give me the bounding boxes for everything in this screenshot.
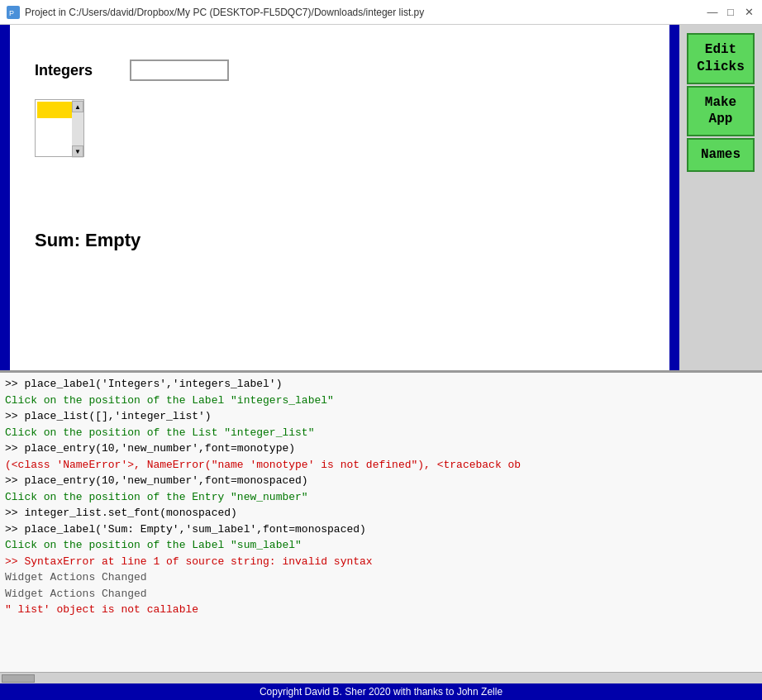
list-item: [37, 102, 75, 118]
integers-entry[interactable]: [130, 60, 229, 81]
right-panel: Edit Clicks Make App Names: [679, 25, 762, 370]
canvas-area[interactable]: Integers ▲ ▼ Sum: Empty: [10, 25, 669, 370]
console-line: Click on the position of the List "integ…: [5, 425, 757, 441]
console-wrapper: >> place_label('Integers','integers_labe…: [0, 372, 762, 683]
blue-left-border: [0, 25, 10, 370]
edit-clicks-button[interactable]: Edit Clicks: [687, 33, 755, 84]
make-app-button[interactable]: Make App: [687, 86, 755, 137]
console-line: >> place_entry(10,'new_number',font=mono…: [5, 473, 757, 489]
scroll-down-button[interactable]: ▼: [72, 145, 83, 157]
console-line: >> place_label('Integers','integers_labe…: [5, 376, 757, 393]
console-line: (<class 'NameError'>, NameError("name 'm…: [5, 457, 757, 474]
console-line: >> place_entry(10,'new_number',font=mono…: [5, 440, 757, 457]
window-title: Project in C:/Users/david/Dropbox/My PC …: [25, 7, 424, 18]
console-line: Click on the position of the Label "inte…: [5, 393, 757, 409]
console-line: >> integer_list.set_font(monospaced): [5, 505, 757, 521]
console-line: >> place_label('Sum: Empty','sum_label',…: [5, 521, 757, 538]
sum-label: Sum: Empty: [35, 230, 140, 251]
status-text: Copyright David B. Sher 2020 with thanks…: [260, 686, 502, 698]
console-line: " list' object is not callable: [5, 602, 757, 618]
console-line: Click on the position of the Entry "new_…: [5, 489, 757, 506]
console-line: Widget Actions Changed: [5, 569, 757, 586]
window-controls: — □ ✕: [706, 6, 755, 19]
app-icon: P: [7, 6, 20, 19]
title-bar-left: P Project in C:/Users/david/Dropbox/My P…: [7, 6, 424, 19]
console-scrollbar[interactable]: [0, 672, 762, 683]
console-line: >> SyntaxError at line 1 of source strin…: [5, 554, 757, 570]
scroll-up-button[interactable]: ▲: [72, 101, 83, 112]
status-bar: Copyright David B. Sher 2020 with thanks…: [0, 683, 762, 700]
console-scrollbar-thumb: [2, 674, 35, 683]
integers-label: Integers: [35, 62, 93, 79]
svg-text:P: P: [9, 9, 14, 17]
title-bar: P Project in C:/Users/david/Dropbox/My P…: [0, 0, 762, 25]
maximize-button[interactable]: □: [724, 6, 737, 19]
close-button[interactable]: ✕: [742, 6, 755, 19]
blue-right-border: [669, 25, 679, 370]
console-line: Widget Actions Changed: [5, 586, 757, 602]
names-button[interactable]: Names: [687, 138, 755, 172]
minimize-button[interactable]: —: [706, 6, 719, 19]
app-container: Integers ▲ ▼ Sum: Empty Edit Clicks Make…: [0, 25, 762, 700]
console-line: >> place_list([],'integer_list'): [5, 408, 757, 425]
list-scrollbar: ▲ ▼: [72, 100, 83, 158]
gui-area: Integers ▲ ▼ Sum: Empty Edit Clicks Make…: [0, 25, 762, 372]
console-line: Click on the position of the Label "sum_…: [5, 537, 757, 554]
integer-list[interactable]: ▲ ▼: [35, 99, 84, 157]
console-area[interactable]: >> place_label('Integers','integers_labe…: [0, 372, 762, 672]
